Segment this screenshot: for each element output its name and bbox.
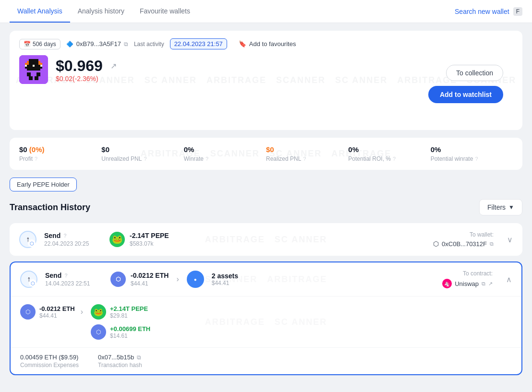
svg-rect-2 xyxy=(27,61,40,63)
nav-tabs: Wallet Analysis Analysis history Favouri… xyxy=(10,0,198,23)
add-favourites-button[interactable]: 🔖 Add to favourites xyxy=(239,40,296,48)
tx-type-block-1: Send ? 22.04.2023 20:25 xyxy=(44,232,102,247)
transaction-row-1: ARBITRAGESC ANNER ⬡ ↑ Send ? 22.04.2023 … xyxy=(10,223,522,256)
tab-analysis-history[interactable]: Analysis history xyxy=(70,0,132,23)
tx-date-2: 14.04.2023 22:51 xyxy=(45,280,103,287)
svg-rect-4 xyxy=(38,61,40,63)
tx-token-1: 🐸 -2.14T PEPE $583.07k xyxy=(109,232,169,247)
tx-expanded-detail: ARBITRAGESC ANNER ⬡ -0.0212 ETH $44.41 ›… xyxy=(11,297,521,348)
tx-amount-1: -2.14T PEPE xyxy=(130,232,169,239)
copy-tx-hash-icon[interactable]: ⧉ xyxy=(137,354,141,361)
tx-arrow-right-icon: › xyxy=(176,275,179,284)
transaction-row-2: SC ANNERARBITRAGE ⬡ ↑ Send ? 14.04.2023 … xyxy=(10,261,522,375)
copy-uniswap-icon[interactable]: ⧉ xyxy=(482,281,485,287)
tx-send-icon-2: ⬡ ↑ xyxy=(20,271,37,288)
svg-rect-1 xyxy=(29,59,38,61)
tab-wallet-analysis[interactable]: Wallet Analysis xyxy=(10,0,70,23)
tx-destination-1: To wallet: ⬡ 0xC0B...70312F ⧉ xyxy=(433,231,494,248)
tx-hash-value: 0x07...5b15b ⧉ xyxy=(98,354,142,361)
tab-favourite-wallets[interactable]: Favourite wallets xyxy=(132,0,198,23)
tx-destination-2: To contract: 🦄 Uniswap ⧉ ↗ xyxy=(442,270,493,288)
tx-dest-address-1: 0xC0B...70312F xyxy=(442,240,487,248)
tx-received-assets: 🐸 +2.14T PEPE $29.81 ⬡ +0.00699 ETH $14.… xyxy=(91,304,229,340)
tx-token-2-eth: ⬡ -0.0212 ETH $44.41 xyxy=(110,272,169,287)
to-collection-button[interactable]: To collection xyxy=(446,65,503,81)
tx-type-help-2[interactable]: ? xyxy=(64,273,68,278)
tx-date-1: 22.04.2023 20:25 xyxy=(44,240,102,247)
tx-commission-value: 0.00459 ETH ($9.59) xyxy=(20,354,79,361)
stat-potential-winrate: 0% Potential winrate ? xyxy=(431,145,513,162)
stat-realized-pnl: $0 Realized PNL ? xyxy=(266,145,348,162)
last-activity-date: 22.04.2023 21:57 xyxy=(170,38,227,49)
search-kbd: F xyxy=(513,7,522,16)
top-nav: Wallet Analysis Analysis history Favouri… xyxy=(0,0,532,23)
tx-eth-out: ⬡ -0.0212 ETH $44.41 › xyxy=(20,304,83,320)
tx-usd-2: $44.41 xyxy=(131,280,169,287)
search-new-wallet[interactable]: Search new wallet F xyxy=(455,7,522,16)
all-loaded-text: All transactions are loaded xyxy=(10,381,522,392)
stat-profit: $0 (0%) Profit ? xyxy=(19,145,101,162)
stat-winrate: 0% Winrate ? xyxy=(184,145,266,162)
tx-commission-label: Commission Expenses xyxy=(20,362,79,368)
tx-history-header: Transaction History Filters ▼ xyxy=(10,199,522,215)
tx-history-title: Transaction History xyxy=(10,202,90,213)
tx-expand-1-icon[interactable]: ∨ xyxy=(507,235,513,244)
external-link-uniswap-icon[interactable]: ↗ xyxy=(488,281,493,287)
bookmark-icon: 🔖 xyxy=(239,40,246,48)
tx-assets-2: 2 assets $44.41 xyxy=(212,272,238,286)
tx-usd-1: $583.07k xyxy=(130,240,169,247)
tx-type-help-1[interactable]: ? xyxy=(63,233,67,238)
badge-row: Early PEPE Holder xyxy=(10,178,522,191)
tx-dest-uniswap: Uniswap xyxy=(455,280,479,287)
tx-amount-2: -0.0212 ETH xyxy=(131,272,169,279)
svg-rect-3 xyxy=(27,61,29,63)
tx-collapse-2-icon[interactable]: ∧ xyxy=(506,275,512,284)
last-activity-label: Last activity xyxy=(134,41,164,48)
add-to-watchlist-button[interactable]: Add to watchlist xyxy=(428,86,503,103)
wallet-header-card: ARBITRAGESCANNER SC ANNERARBITRAGE SCANN… xyxy=(10,31,522,130)
stat-unrealized-pnl: $0 Unrealized PNL ? xyxy=(101,145,183,162)
stats-card: ARBITRAGESCANNER SC ANNERARBITRAGE $0 (0… xyxy=(10,138,522,170)
filters-button[interactable]: Filters ▼ xyxy=(479,199,522,215)
copy-address-icon[interactable]: ⧉ xyxy=(124,41,128,48)
tx-type-block-2: Send ? 14.04.2023 22:51 xyxy=(45,272,103,287)
tx-hash-label: Transaction hash xyxy=(98,362,142,368)
copy-dest-1-icon[interactable]: ⧉ xyxy=(490,241,494,247)
tx-send-icon-1: ⬡ ↑ xyxy=(19,231,36,248)
tx-multi-asset-icon: ● xyxy=(187,271,204,288)
stat-potential-roi: 0% Potential ROI, % ? xyxy=(348,145,430,162)
wallet-address: 🔷 0xB79...3A5F17 ⧉ xyxy=(66,40,128,48)
chevron-down-icon: ▼ xyxy=(508,204,514,211)
early-pepe-holder-badge: Early PEPE Holder xyxy=(10,178,77,191)
tx-meta-row: 0.00459 ETH ($9.59) Commission Expenses … xyxy=(11,348,521,374)
wallet-age-badge: 📅 506 days xyxy=(19,39,60,49)
